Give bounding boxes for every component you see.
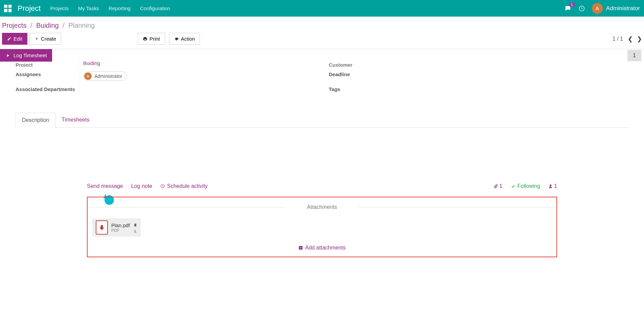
log-timesheet-button[interactable]: Log Timesheet <box>0 49 52 62</box>
assignee-name: Administrator <box>94 73 122 79</box>
create-button[interactable]: Create <box>29 33 61 45</box>
sub-toolbar: Log Timesheet 1 <box>0 49 644 62</box>
check-icon <box>511 184 515 189</box>
breadcrumb-projects[interactable]: Projects <box>2 22 26 29</box>
log-note-link[interactable]: Log note <box>131 183 152 189</box>
apps-icon[interactable] <box>4 5 12 12</box>
deadline-value <box>393 69 628 83</box>
pager-prev-icon[interactable]: ❮ <box>628 35 633 43</box>
toolbar: Edit Create Print Action 1 / 1 ❮ ❯ <box>0 33 644 49</box>
pager-next-icon[interactable]: ❯ <box>637 35 642 43</box>
project-value[interactable]: Buiding <box>83 60 100 66</box>
print-action-group: Print Action <box>138 33 200 45</box>
pager-label: 1 / 1 <box>613 36 623 42</box>
nav-links: Projects My Tasks Reporting Configuratio… <box>50 5 564 11</box>
tab-description[interactable]: Description <box>16 113 55 128</box>
customer-value <box>393 63 628 68</box>
chatter-toolbar: Send message Log note Schedule activity … <box>87 178 557 194</box>
tab-bar: Description Timesheets <box>16 113 628 128</box>
nav-right: 1 A Administrator <box>564 3 640 14</box>
avatar: A <box>592 3 603 14</box>
print-button[interactable]: Print <box>138 33 165 45</box>
form-body: Project Buiding Customer Assignees A Adm… <box>2 63 642 178</box>
assignee-tag[interactable]: A Administrator <box>83 71 127 81</box>
clock-small-icon <box>160 184 165 189</box>
tags-value <box>393 84 628 94</box>
send-message-link[interactable]: Send message <box>87 183 123 189</box>
nav-my-tasks[interactable]: My Tasks <box>78 5 99 11</box>
pencil-icon <box>7 37 12 41</box>
attachment-count[interactable]: 1 <box>493 183 503 189</box>
app-title[interactable]: Project <box>18 4 41 13</box>
followers-count[interactable]: 1 <box>548 183 557 189</box>
schedule-activity-link[interactable]: Schedule activity <box>160 183 208 189</box>
attachment-item[interactable]: Plan.pdf PDF <box>92 218 141 237</box>
chat-icon[interactable]: 1 <box>564 5 572 11</box>
attachment-type: PDF <box>111 228 130 233</box>
breadcrumb-buiding[interactable]: Buiding <box>36 22 59 29</box>
delete-attachment-icon[interactable] <box>133 222 137 227</box>
user-name-label: Administrator <box>606 5 640 12</box>
nav-reporting[interactable]: Reporting <box>109 5 131 11</box>
attachments-header: Attachments <box>90 204 554 210</box>
user-menu[interactable]: A Administrator <box>592 3 640 14</box>
following-button[interactable]: Following <box>511 183 540 189</box>
print-icon <box>143 37 147 41</box>
project-label: Project <box>16 60 80 67</box>
gear-icon <box>174 37 179 41</box>
associated-departments-value <box>80 84 315 94</box>
pager: 1 / 1 ❮ ❯ <box>613 35 642 43</box>
paperclip-icon <box>493 184 498 189</box>
deadline-label: Deadline <box>329 69 393 83</box>
nav-projects[interactable]: Projects <box>50 5 68 11</box>
top-navbar: Project Projects My Tasks Reporting Conf… <box>0 0 644 17</box>
tab-content <box>16 128 628 178</box>
play-icon <box>5 53 10 58</box>
action-button[interactable]: Action <box>169 33 200 45</box>
pdf-icon <box>96 220 108 235</box>
plus-icon <box>34 37 39 41</box>
chatter: Send message Log note Schedule activity … <box>84 178 560 257</box>
add-attachments-link[interactable]: Add attachments <box>298 245 346 251</box>
download-attachment-icon[interactable] <box>133 228 137 233</box>
mini-avatar: A <box>84 72 92 80</box>
breadcrumb-sep: / <box>30 22 32 29</box>
assignees-label: Assignees <box>16 69 80 83</box>
plus-square-icon <box>298 245 303 250</box>
user-icon <box>548 184 553 189</box>
breadcrumb-current: Planning <box>68 22 95 29</box>
breadcrumb-sep: / <box>63 22 65 29</box>
attachments-panel: Attachments Plan.pdf PDF Add attachm <box>87 197 557 257</box>
breadcrumb: Projects / Buiding / Planning <box>0 17 644 33</box>
attachment-name: Plan.pdf <box>111 222 130 228</box>
customer-label: Customer <box>329 60 393 67</box>
clock-icon[interactable] <box>578 5 585 12</box>
stage-badge[interactable]: 1 <box>627 50 641 61</box>
tab-timesheets[interactable]: Timesheets <box>55 113 95 127</box>
chat-badge: 1 <box>569 2 575 7</box>
edit-button[interactable]: Edit <box>2 33 27 45</box>
nav-configuration[interactable]: Configuration <box>140 5 170 11</box>
tags-label: Tags <box>329 84 393 94</box>
associated-departments-label: Associated Departments <box>16 84 80 94</box>
